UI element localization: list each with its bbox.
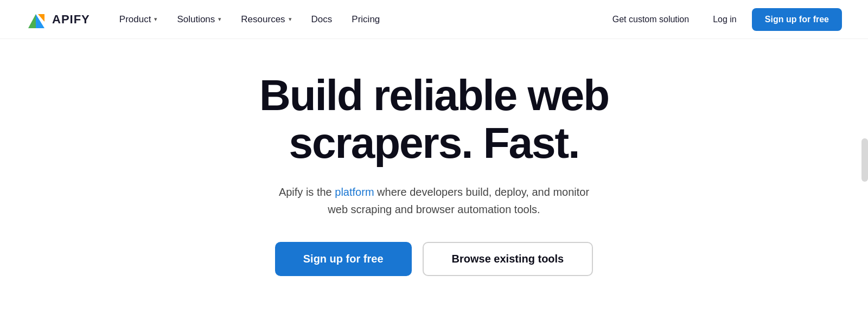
navbar: APIFY Product ▾ Solutions ▾ Resources ▾ … (0, 0, 868, 39)
nav-product[interactable]: Product ▾ (112, 10, 165, 29)
logo-text: APIFY (52, 12, 90, 27)
hero-title: Build reliable web scrapers. Fast. (190, 72, 678, 167)
hero-buttons: Sign up for free Browse existing tools (275, 242, 593, 276)
scrollbar[interactable] (861, 138, 868, 182)
nav-resources[interactable]: Resources ▾ (233, 10, 299, 29)
nav-right: Get custom solution Log in Sign up for f… (604, 8, 842, 31)
chevron-down-icon: ▾ (154, 16, 157, 23)
svg-marker-0 (28, 14, 36, 28)
hero-subtitle: Apify is the platform where developers b… (271, 183, 597, 218)
nav-docs[interactable]: Docs (304, 10, 340, 29)
nav-solutions[interactable]: Solutions ▾ (169, 10, 229, 29)
apify-logo-icon (26, 9, 48, 30)
nav-links: Product ▾ Solutions ▾ Resources ▾ Docs P… (112, 10, 604, 29)
hero-subtitle-highlight: platform (335, 186, 374, 198)
hero-section: Build reliable web scrapers. Fast. Apify… (0, 39, 868, 309)
chevron-down-icon: ▾ (218, 16, 221, 23)
custom-solution-link[interactable]: Get custom solution (604, 10, 698, 29)
logo-link[interactable]: APIFY (26, 9, 90, 30)
chevron-down-icon: ▾ (289, 16, 292, 23)
signup-hero-button[interactable]: Sign up for free (275, 242, 412, 276)
browse-tools-button[interactable]: Browse existing tools (423, 242, 593, 276)
nav-pricing[interactable]: Pricing (344, 10, 387, 29)
login-button[interactable]: Log in (704, 10, 745, 29)
signup-nav-button[interactable]: Sign up for free (752, 8, 842, 31)
